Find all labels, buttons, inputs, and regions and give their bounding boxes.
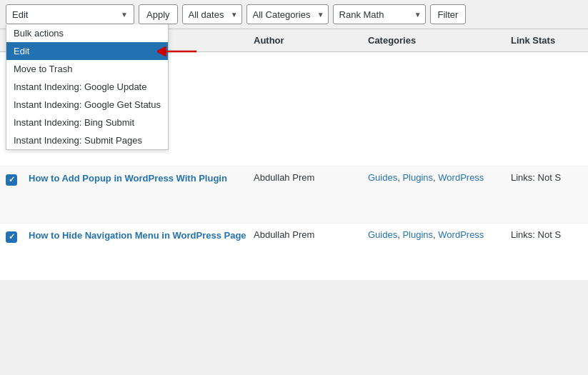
row-author-2: Abdullah Prem: [254, 229, 368, 240]
bulk-actions-value: Edit: [12, 9, 28, 20]
bulk-actions-wrapper: Edit ▼ Bulk actions Edit Move to Trash: [6, 4, 134, 24]
row-categories-1: Guides, Plugins, WordPress: [368, 172, 511, 183]
toolbar: Edit ▼ Bulk actions Edit Move to Trash: [0, 0, 588, 29]
row-link-stats-1: Links: Not S: [511, 172, 582, 183]
menu-item-bulk-actions[interactable]: Bulk actions: [6, 24, 168, 42]
post-title-link-1[interactable]: How to Add Popup in WordPress With Plugi…: [29, 173, 227, 184]
menu-item-instant-indexing-google-get-status[interactable]: Instant Indexing: Google Get Status: [6, 96, 168, 114]
menu-item-edit[interactable]: Edit: [6, 42, 168, 60]
bulk-actions-menu: Bulk actions Edit Move to Trash Instant …: [6, 24, 169, 150]
category-link-plugins-2[interactable]: Plugins: [402, 229, 433, 240]
bulk-actions-arrow-icon: ▼: [121, 11, 128, 19]
rank-math-wrapper: Rank Math ▼: [333, 4, 426, 24]
row-categories-2: Guides, Plugins, WordPress: [368, 229, 511, 240]
rank-math-select[interactable]: Rank Math: [333, 4, 426, 24]
row-author-1: Abdullah Prem: [254, 172, 368, 183]
filter-button[interactable]: Filter: [430, 4, 467, 24]
red-arrow-icon: [157, 44, 200, 59]
category-link-wordpress-1[interactable]: WordPress: [438, 172, 484, 183]
all-dates-wrapper: All dates ▼: [182, 4, 242, 24]
row-title-1: How to Add Popup in WordPress With Plugi…: [26, 172, 254, 185]
row-title-2: How to Hide Navigation Menu in WordPress…: [26, 229, 254, 242]
row-checkbox-1[interactable]: [6, 174, 17, 186]
category-link-plugins-1[interactable]: Plugins: [402, 172, 433, 183]
apply-button[interactable]: Apply: [139, 4, 178, 24]
all-categories-wrapper: All Categories ▼: [246, 4, 329, 24]
category-link-wordpress-2[interactable]: WordPress: [438, 229, 484, 240]
table-row: How to Add Popup in WordPress With Plugi…: [0, 166, 588, 224]
all-categories-select[interactable]: All Categories: [246, 4, 329, 24]
row-link-stats-2: Links: Not S: [511, 229, 582, 240]
header-author: Author: [254, 35, 368, 46]
menu-item-instant-indexing-submit-pages[interactable]: Instant Indexing: Submit Pages: [6, 131, 168, 149]
table-row: How to Hide Navigation Menu in WordPress…: [0, 224, 588, 281]
post-title-link-2[interactable]: How to Hide Navigation Menu in WordPress…: [29, 230, 246, 241]
menu-item-instant-indexing-google-update[interactable]: Instant Indexing: Google Update: [6, 78, 168, 96]
all-dates-select[interactable]: All dates: [182, 4, 242, 24]
category-link-guides-2[interactable]: Guides: [368, 229, 397, 240]
header-categories: Categories: [368, 35, 511, 46]
row-checkbox-2[interactable]: [6, 231, 17, 243]
bulk-actions-select[interactable]: Edit ▼: [6, 4, 134, 24]
category-link-guides-1[interactable]: Guides: [368, 172, 397, 183]
row-checkbox-col: [6, 172, 26, 186]
header-link-stats: Link Stats: [511, 35, 582, 46]
menu-item-instant-indexing-bing-submit[interactable]: Instant Indexing: Bing Submit: [6, 114, 168, 131]
row-checkbox-col: [6, 229, 26, 243]
menu-item-move-to-trash[interactable]: Move to Trash: [6, 60, 168, 78]
